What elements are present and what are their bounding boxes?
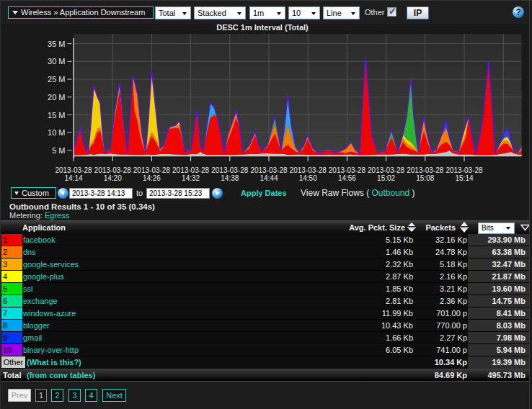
svg-text:14:38: 14:38 <box>221 174 239 182</box>
svg-text:14:50: 14:50 <box>299 174 317 182</box>
svg-text:25 M: 25 M <box>48 75 65 84</box>
svg-text:15:02: 15:02 <box>377 174 395 182</box>
svg-text:14:32: 14:32 <box>182 174 200 182</box>
svg-text:2013-03-28: 2013-03-28 <box>290 166 327 174</box>
svg-text:15 M: 15 M <box>48 111 65 120</box>
svg-text:2013-03-28: 2013-03-28 <box>329 166 366 174</box>
svg-text:30 M: 30 M <box>48 57 65 66</box>
svg-text:2013-03-28: 2013-03-28 <box>133 166 171 174</box>
svg-text:2013-03-28: 2013-03-28 <box>407 166 444 174</box>
svg-text:2013-03-28: 2013-03-28 <box>250 166 288 174</box>
svg-text:14:14: 14:14 <box>64 174 82 182</box>
svg-text:35 M: 35 M <box>48 40 65 48</box>
svg-text:2013-03-28: 2013-03-28 <box>445 166 483 174</box>
svg-text:10 M: 10 M <box>48 128 65 137</box>
svg-text:14:56: 14:56 <box>338 174 356 182</box>
svg-text:2013-03-28: 2013-03-28 <box>94 166 132 174</box>
svg-text:2013-03-28: 2013-03-28 <box>368 166 405 174</box>
svg-text:5 M: 5 M <box>52 146 65 155</box>
svg-text:2013-03-28: 2013-03-28 <box>55 166 92 174</box>
svg-text:20 M: 20 M <box>48 93 65 102</box>
svg-text:14:26: 14:26 <box>143 174 161 182</box>
svg-text:15:08: 15:08 <box>416 174 434 182</box>
svg-text:2013-03-28: 2013-03-28 <box>211 166 249 174</box>
svg-text:14:44: 14:44 <box>260 174 278 182</box>
svg-text:15:14: 15:14 <box>455 174 473 182</box>
svg-text:14:20: 14:20 <box>104 174 122 182</box>
svg-text:2013-03-28: 2013-03-28 <box>172 166 210 174</box>
